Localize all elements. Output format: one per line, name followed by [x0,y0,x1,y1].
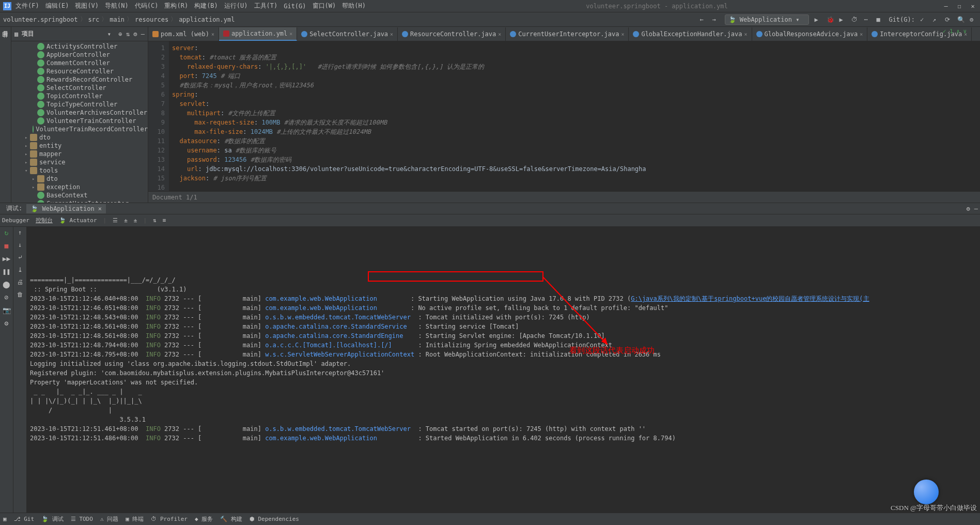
run-hide-icon[interactable]: — [974,205,978,212]
settings-ide-icon[interactable]: ⚙ [970,16,977,23]
coverage-icon[interactable]: ▶ [839,16,846,23]
project-tool-dropdown-icon[interactable]: ▾ [107,30,111,38]
status-terminal[interactable]: ▣ 终端 [126,515,144,523]
run-config-tab[interactable]: 🍃 WebApplication × [26,204,106,213]
stop-icon[interactable]: ■ [876,16,883,23]
menu-code[interactable]: 代码(C) [135,2,159,10]
editor-tab[interactable]: GlobalResponseAdvice.java× [752,27,868,41]
editor-tab[interactable]: pom.xml (web)× [148,27,219,41]
console-tool-icon3[interactable]: ± [134,217,137,224]
crumb-main[interactable]: main [110,16,125,23]
menu-file[interactable]: 文件(F) [15,2,39,10]
debug-icon[interactable]: 🐞 [827,16,834,23]
debugger-tab[interactable]: Debugger [2,217,29,224]
console-tool-icon4[interactable]: ⇅ [153,217,157,224]
camera-icon[interactable]: 📷 [3,306,11,314]
resume-icon[interactable]: ▶▶ [3,255,11,262]
tree-node[interactable]: ▸entity [11,142,148,150]
tree-node[interactable]: VolunteerArchivesController [11,109,148,117]
tree-node[interactable]: BaseContext [11,191,148,199]
status-problems[interactable]: ⚠ 问题 [100,515,118,523]
run-icon[interactable]: ▶ [814,16,821,23]
up-icon[interactable]: ↑ [18,229,22,236]
scroll-end-icon[interactable]: ⤓ [18,266,23,273]
assistant-bubble-icon[interactable] [914,480,939,504]
menu-build[interactable]: 构建(B) [194,2,218,10]
crumb-resources[interactable]: resources [135,16,168,23]
actuator-tab[interactable]: 🍃 Actuator [59,217,97,224]
forward-icon[interactable]: → [712,16,720,23]
vcs-history-icon[interactable]: ⟳ [945,16,952,23]
tree-node[interactable]: ▸mapper [11,150,148,158]
clear-icon[interactable]: 🗑 [17,291,23,298]
crumb-file[interactable]: application.yml [179,16,235,23]
project-tree[interactable]: ActivitysControllerAppUserControllerComm… [11,41,148,203]
search-everywhere-icon[interactable]: 🔍 [957,16,965,23]
status-git[interactable]: ⎇ Git [14,516,35,522]
tree-node[interactable]: ▾tools [11,166,148,175]
tree-node[interactable]: ▸dto [11,175,148,183]
tree-node[interactable]: ActivitysController [11,42,148,51]
menu-tools[interactable]: 工具(T) [254,2,278,10]
settings-icon[interactable]: ⚙ [133,30,137,38]
status-dependencies[interactable]: ⬢ Dependencies [250,516,299,522]
tree-node[interactable]: VolunteerTrainRecordController [11,125,148,133]
menu-navigate[interactable]: 导航(N) [105,2,129,10]
project-tool-title[interactable]: 项目 [22,29,34,38]
tree-node[interactable]: TopicController [11,92,148,100]
status-services[interactable]: ◆ 服务 [195,515,213,523]
vcs-update-icon[interactable]: ✓ [920,16,927,23]
run-settings-icon[interactable]: ⚙ [967,205,970,212]
inspection-badge[interactable]: ✓ 1 ∧ ∨ [943,28,967,35]
status-build[interactable]: 🔨 构建 [220,515,242,523]
run-config-combo[interactable]: 🍃 WebApplication ▾ [725,14,810,25]
print-icon[interactable]: 🖨 [17,279,23,286]
console-tab[interactable]: 控制台 [36,217,53,224]
tree-node[interactable]: RewardsRecordController [11,75,148,84]
status-profiler[interactable]: ⏱ Profiler [151,516,188,522]
tree-node[interactable]: ▸exception [11,183,148,191]
soft-wrap-icon[interactable]: ⤶ [18,254,23,261]
console-tool-icon[interactable]: ☰ [113,217,118,224]
close-icon[interactable]: ✕ [969,3,977,10]
down-icon[interactable]: ↓ [18,241,22,249]
status-expand-icon[interactable]: ▣ [3,516,7,522]
project-tool-button[interactable]: ▦ [4,29,7,36]
menu-git[interactable]: Git(G) [284,3,306,10]
view-breakpoints-icon[interactable]: ⬤ [3,281,10,288]
minimize-icon[interactable]: — [942,3,950,10]
tree-node[interactable]: CurrentUserInterceptor [11,199,148,203]
tree-node[interactable]: ▸dto [11,133,148,142]
tree-node[interactable]: TopicTypeController [11,100,148,109]
mute-breakpoints-icon[interactable]: ⊘ [5,294,9,301]
profile-icon[interactable]: ⏱ [851,16,859,23]
crumb-project[interactable]: volunteer.springboot [3,16,78,23]
code-area[interactable]: server: tomcat: #tomact 服务器的配置 relaxed-q… [169,41,980,191]
crumb-src[interactable]: src [88,16,100,23]
console-tool-icon5[interactable]: ≡ [163,217,166,224]
editor-tab[interactable]: SelectController.java× [297,27,398,41]
status-debug[interactable]: 🍃 调试 [41,515,64,523]
stop-debug-icon[interactable]: ■ [5,242,9,250]
maximize-icon[interactable]: ☐ [955,3,963,10]
attach-icon[interactable]: ⋯ [864,16,871,23]
tree-node[interactable]: ▸service [11,158,148,166]
pause-icon[interactable]: ❚❚ [3,268,11,275]
hide-icon[interactable]: — [141,30,145,38]
console-tool-icon2[interactable]: ± [124,217,128,224]
tree-node[interactable]: AppUserController [11,51,148,59]
editor-tab[interactable]: application.yml× [219,27,297,41]
menu-help[interactable]: 帮助(H) [342,2,366,10]
tree-node[interactable]: CommentController [11,59,148,67]
status-todo[interactable]: ☰ TODO [71,516,93,522]
menu-window[interactable]: 窗口(W) [313,2,336,10]
rerun-icon[interactable]: ↻ [5,229,9,237]
editor-tab[interactable]: CurrentUserInterceptor.java× [506,27,629,41]
editor-tab[interactable]: GlobalExceptionHandler.java× [629,27,752,41]
menu-refactor[interactable]: 重构(R) [164,2,188,10]
menu-edit[interactable]: 编辑(E) [45,2,69,10]
project-selector-icon[interactable]: ▦ [14,30,18,38]
back-icon[interactable]: ← [700,16,707,23]
settings-debug-icon[interactable]: ⚙ [5,319,9,327]
editor-tab[interactable]: ResourceController.java× [398,27,506,41]
